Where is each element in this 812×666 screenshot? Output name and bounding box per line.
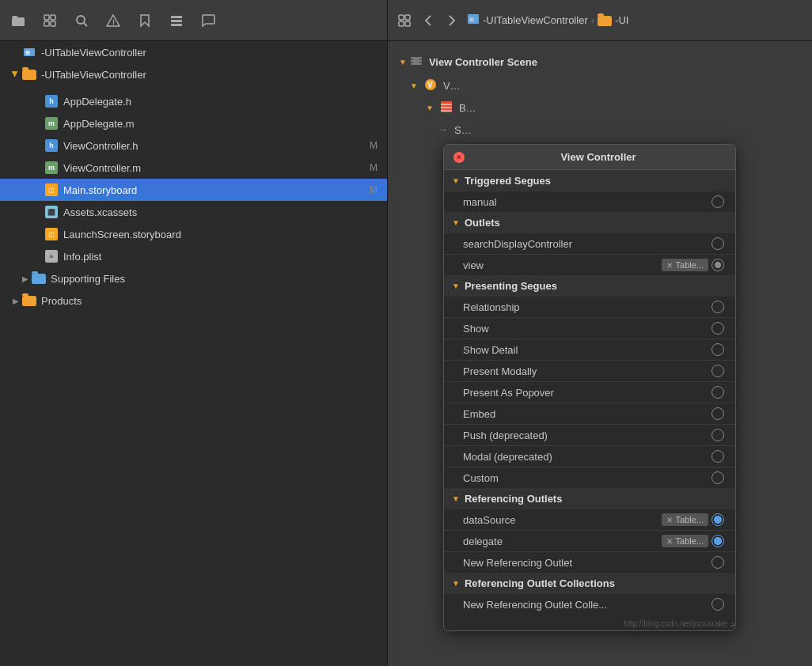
new-referencing-outlet-colle-radio[interactable] xyxy=(711,598,724,611)
vc-icon: V xyxy=(424,78,437,93)
present-modally-radio[interactable] xyxy=(711,365,724,377)
right-panel: ⊞ -UITableViewController › -UI ▼ xyxy=(388,0,812,666)
push-deprecated-radio[interactable] xyxy=(711,429,724,441)
custom-radio[interactable] xyxy=(711,471,724,484)
viewcontroller-m-label: ViewController.m xyxy=(63,162,370,174)
info-plist-item[interactable]: ▶ ≡ Info.plist xyxy=(0,245,387,267)
nav-forward-button[interactable] xyxy=(443,12,461,29)
svg-rect-0 xyxy=(12,17,25,26)
file-tree: ▶ h AppDelegate.h ▶ m AppDelegate.m ▶ h … xyxy=(0,85,387,666)
svg-point-5 xyxy=(77,16,85,24)
referencing-outlet-collections-header: ▼ Referencing Outlet Collections xyxy=(444,573,735,594)
nav-back-button[interactable] xyxy=(419,12,437,29)
main-storyboard-item[interactable]: ▶ ◫ Main.storyboard M xyxy=(0,179,387,201)
search-display-controller-row[interactable]: searchDisplayController xyxy=(444,233,735,255)
search-display-label: searchDisplayController xyxy=(463,238,711,250)
manual-row[interactable]: manual xyxy=(444,191,735,212)
custom-row[interactable]: Custom xyxy=(444,467,735,488)
viewcontroller-m-item[interactable]: ▶ m ViewController.m M xyxy=(0,157,387,179)
presenting-segues-header: ▼ Presenting Segues xyxy=(444,275,735,297)
project-icon: ⊞ xyxy=(22,45,36,59)
svg-rect-15 xyxy=(399,15,404,20)
delegate-row[interactable]: delegate ✕ Table... xyxy=(444,531,735,552)
present-as-popover-row[interactable]: Present As Popover xyxy=(444,382,735,403)
nav-storyboard-icon: ⊞ xyxy=(467,13,480,28)
datasource-row[interactable]: dataSource ✕ Table... xyxy=(444,509,735,531)
appdelegate-h-item[interactable]: ▶ h AppDelegate.h xyxy=(0,90,387,112)
popover-close-button[interactable]: ✕ xyxy=(453,152,465,163)
svg-rect-1 xyxy=(44,15,49,20)
root-project-item[interactable]: ▶ ⊞ -UITableViewController xyxy=(0,41,387,63)
scene-film-icon xyxy=(410,55,423,70)
new-referencing-outlet-radio[interactable] xyxy=(711,556,724,569)
present-as-popover-radio[interactable] xyxy=(711,386,724,399)
viewcontroller-m-badge: M xyxy=(370,162,378,173)
embed-row[interactable]: Embed xyxy=(444,403,735,425)
show-row[interactable]: Show xyxy=(444,318,735,339)
viewcontroller-h-icon: h xyxy=(44,138,59,153)
assets-item[interactable]: ▶ ⬛ Assets.xcassets xyxy=(0,201,387,223)
folder-icon[interactable] xyxy=(9,12,27,29)
svg-rect-23 xyxy=(411,62,413,63)
popover-title-bar: ✕ View Controller xyxy=(444,145,735,170)
viewcontroller-h-item[interactable]: ▶ h ViewController.h M xyxy=(0,134,387,157)
referencing-outlets-header: ▼ Referencing Outlets xyxy=(444,488,735,509)
vc-expand-arrow: ▼ xyxy=(410,81,418,90)
show-label: Show xyxy=(463,323,711,335)
scene-tableview-item[interactable]: ▼ B… xyxy=(410,96,804,119)
svg-rect-4 xyxy=(51,21,55,26)
breadcrumb-sep: › xyxy=(591,14,594,26)
new-referencing-outlet-colle-label: New Referencing Outlet Colle... xyxy=(463,599,711,611)
scene-items: ▼ V V… ▼ xyxy=(396,74,804,141)
list-icon[interactable] xyxy=(168,12,185,29)
modal-deprecated-row[interactable]: Modal (deprecated) xyxy=(444,446,735,467)
scene-viewcontroller-item[interactable]: ▼ V V… xyxy=(410,74,804,96)
bookmark-icon[interactable] xyxy=(136,12,154,29)
nav-bar: ⊞ -UITableViewController › -UI xyxy=(388,0,812,41)
scene-expand-arrow[interactable]: ▼ xyxy=(399,58,407,66)
triggered-segues-arrow: ▼ xyxy=(452,176,460,185)
custom-label: Custom xyxy=(463,472,711,484)
search-icon[interactable] xyxy=(73,12,90,29)
nav-grid-icon[interactable] xyxy=(396,12,413,29)
breadcrumb-item2[interactable]: -UI xyxy=(615,14,628,26)
show-detail-label: Show Detail xyxy=(463,344,711,356)
relationship-radio[interactable] xyxy=(711,301,724,313)
svg-rect-2 xyxy=(51,15,55,20)
supporting-files-icon xyxy=(32,271,46,286)
present-modally-row[interactable]: Present Modally xyxy=(444,361,735,382)
launchscreen-item[interactable]: ▶ ◫ LaunchScreen.storyboard xyxy=(0,223,387,245)
products-item[interactable]: ▶ Products xyxy=(0,289,387,312)
popover: ✕ View Controller ▼ Triggered Segues man… xyxy=(443,144,736,631)
root-folder-item[interactable]: ▶ -UITableViewController xyxy=(0,63,387,85)
datasource-label: dataSource xyxy=(463,514,658,526)
scene-segue-item[interactable]: → S… xyxy=(410,119,804,141)
show-radio[interactable] xyxy=(711,322,724,335)
breadcrumb-item1[interactable]: -UITableViewController xyxy=(483,14,588,26)
relationship-row[interactable]: Relationship xyxy=(444,297,735,318)
manual-radio[interactable] xyxy=(711,195,724,208)
modal-deprecated-radio[interactable] xyxy=(711,450,724,463)
embed-radio[interactable] xyxy=(711,407,724,420)
view-radio[interactable] xyxy=(711,259,724,271)
appdelegate-h-icon: h xyxy=(44,94,59,108)
chat-icon[interactable] xyxy=(199,12,217,29)
supporting-files-item[interactable]: ▶ Supporting Files xyxy=(0,267,387,289)
show-detail-row[interactable]: Show Detail xyxy=(444,339,735,361)
appdelegate-m-icon: m xyxy=(44,116,59,131)
view-row[interactable]: view ✕ Table... xyxy=(444,255,735,275)
datasource-radio[interactable] xyxy=(711,513,724,526)
new-referencing-outlet-colle-row[interactable]: New Referencing Outlet Colle... xyxy=(444,594,735,615)
presenting-segues-section: ▼ Presenting Segues Relationship Show Sh… xyxy=(444,275,735,488)
search-display-radio[interactable] xyxy=(711,237,724,250)
new-referencing-outlet-row[interactable]: New Referencing Outlet xyxy=(444,552,735,573)
grid-icon[interactable] xyxy=(41,12,59,29)
appdelegate-m-item[interactable]: ▶ m AppDelegate.m xyxy=(0,112,387,134)
viewcontroller-m-icon: m xyxy=(44,161,59,175)
delegate-radio[interactable] xyxy=(711,535,724,547)
show-detail-radio[interactable] xyxy=(711,343,724,356)
svg-rect-10 xyxy=(171,16,182,18)
triggered-segues-title: Triggered Segues xyxy=(465,175,551,187)
push-deprecated-row[interactable]: Push (deprecated) xyxy=(444,425,735,446)
warning-icon[interactable]: ! xyxy=(104,12,122,29)
